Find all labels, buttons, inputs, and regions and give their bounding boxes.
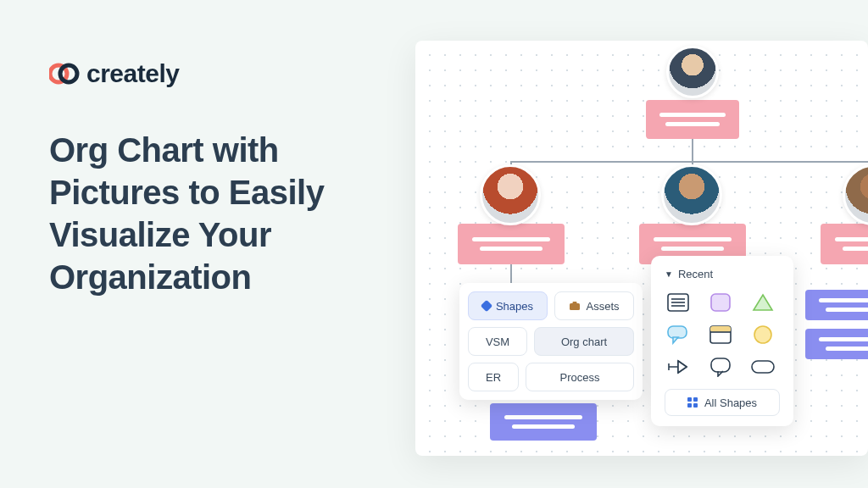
page-headline: Org Chart with Pictures to Easily Visual…: [49, 129, 388, 298]
org-card-child[interactable]: [821, 224, 868, 264]
card-line: [472, 237, 550, 241]
avatar: [480, 164, 541, 225]
card-line: [654, 237, 732, 241]
card-line: [819, 298, 868, 302]
shape-arrow-icon[interactable]: [665, 355, 692, 379]
org-card-root[interactable]: [646, 100, 739, 139]
card-line: [659, 113, 726, 117]
shape-chat-icon[interactable]: [707, 355, 734, 379]
svg-rect-17: [711, 358, 730, 372]
shape-rounded-rect-icon[interactable]: [707, 291, 734, 314]
left-panel: creately Org Chart with Pictures to Easi…: [49, 59, 388, 298]
avatar: [843, 164, 868, 225]
avatar: [661, 164, 722, 225]
svg-rect-18: [752, 361, 774, 373]
shape-pill-icon[interactable]: [749, 355, 776, 379]
svg-marker-16: [678, 361, 687, 373]
recent-label: Recent: [678, 268, 713, 280]
card-line: [512, 424, 575, 429]
tab-orgchart[interactable]: Org chart: [534, 327, 634, 356]
connector: [510, 161, 868, 163]
card-line: [480, 247, 542, 251]
svg-marker-11: [673, 337, 678, 343]
card-line: [819, 337, 868, 341]
tab-label: Assets: [586, 300, 619, 313]
shape-circle-icon[interactable]: [749, 323, 776, 347]
card-line: [826, 347, 868, 351]
diamond-icon: [481, 300, 492, 312]
caret-down-icon: ▼: [665, 269, 673, 279]
tab-shapes[interactable]: Shapes: [468, 291, 548, 320]
card-line: [665, 122, 720, 126]
card-line: [843, 247, 868, 251]
tab-er[interactable]: ER: [468, 363, 519, 391]
card-line: [826, 308, 868, 312]
shape-header-rect-icon[interactable]: [707, 323, 734, 347]
card-line: [661, 247, 724, 251]
tab-assets[interactable]: Assets: [554, 291, 634, 320]
tab-label: ER: [486, 371, 501, 384]
svg-rect-8: [711, 294, 730, 311]
tab-label: Org chart: [561, 336, 607, 348]
tab-process[interactable]: Process: [526, 363, 634, 391]
card-line: [835, 237, 868, 241]
brand-name: creately: [86, 59, 179, 88]
all-shapes-button[interactable]: All Shapes: [665, 389, 780, 416]
tab-label: Process: [560, 371, 600, 384]
shape-list-icon[interactable]: [665, 291, 692, 314]
all-shapes-label: All Shapes: [704, 396, 757, 409]
recent-shapes-panel: ▼ Recent: [651, 256, 793, 426]
tab-label: VSM: [486, 336, 509, 348]
connector: [692, 139, 693, 161]
brand-logo: creately: [49, 59, 388, 88]
recent-header[interactable]: ▼ Recent: [659, 264, 785, 289]
org-card-child[interactable]: [458, 224, 565, 264]
svg-point-15: [754, 326, 771, 343]
creately-logo-icon: [49, 62, 80, 86]
avatar: [666, 46, 719, 98]
org-card-leaf[interactable]: [805, 329, 868, 359]
card-line: [504, 415, 582, 419]
briefcase-icon: [569, 301, 581, 311]
grid-icon: [687, 397, 698, 408]
shape-triangle-icon[interactable]: [749, 291, 776, 314]
shape-speech-icon[interactable]: [665, 323, 692, 347]
tab-vsm[interactable]: VSM: [468, 327, 527, 356]
org-card-leaf[interactable]: [805, 290, 868, 320]
tab-label: Shapes: [496, 300, 533, 313]
shape-category-panel: Shapes Assets VSM Org chart ER Process: [459, 283, 643, 400]
shape-grid: [659, 289, 785, 385]
svg-rect-13: [710, 326, 731, 332]
svg-marker-9: [754, 295, 772, 310]
org-card-leaf[interactable]: [490, 403, 597, 441]
svg-rect-3: [573, 302, 577, 304]
svg-rect-2: [570, 303, 580, 310]
diagram-canvas[interactable]: Shapes Assets VSM Org chart ER Process: [415, 41, 868, 456]
svg-rect-10: [668, 326, 687, 338]
